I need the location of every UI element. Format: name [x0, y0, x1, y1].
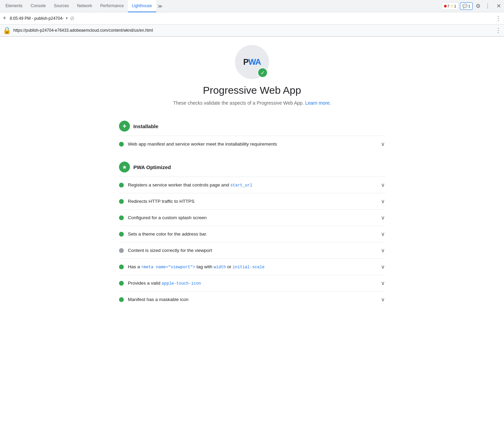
audit-text-installable-1: Web app manifest and service worker meet… [128, 141, 378, 147]
learn-more-link[interactable]: Learn more [305, 100, 330, 106]
chevron-down-icon: ∨ [381, 182, 385, 188]
tab-performance[interactable]: Performance [96, 0, 128, 12]
audit-text-https: Redirects HTTP traffic to HTTPS [128, 199, 378, 204]
message-icon: 💬 [462, 4, 468, 9]
audit-text-maskable-icon: Manifest has a maskable icon [128, 297, 378, 302]
meta-viewport-code: <meta name="viewport"> [141, 265, 195, 270]
audit-row-https[interactable]: Redirects HTTP traffic to HTTPS ∨ [119, 193, 385, 209]
session-label: 8:05:49 PM - publish-p24704- [10, 16, 64, 21]
chevron-down-icon: ∨ [381, 247, 385, 254]
chevron-down-icon: ∨ [381, 296, 385, 303]
devtools-tab-bar: Elements Console Sources Network Perform… [0, 0, 504, 12]
audit-dot-green [119, 142, 124, 147]
chevron-down-icon: ∨ [381, 263, 385, 270]
audit-row-maskable-icon[interactable]: Manifest has a maskable icon ∨ [119, 291, 385, 307]
pwa-icon-container: PWA ✓ [119, 45, 385, 79]
pwa-wa-letters: WA [248, 57, 261, 66]
audit-row-meta-viewport[interactable]: Has a <meta name="viewport"> tag with wi… [119, 258, 385, 275]
period-text: . [330, 100, 331, 106]
page-title: Progressive Web App [119, 85, 385, 96]
url-more-icon[interactable]: ⋮ [495, 27, 501, 34]
url-bar: 🔒 https://publish-p24704-e76433.adobeaem… [0, 25, 504, 37]
page-subtitle: These checks validate the aspects of a P… [119, 100, 385, 106]
pwa-optimized-icon: ★ [119, 162, 130, 172]
more-tabs-button[interactable]: ≫ [156, 2, 164, 10]
installable-title: Installable [133, 123, 158, 129]
chevron-down-icon: ∨ [381, 214, 385, 221]
error-warning-badge[interactable]: 7 ⚠ 1 [442, 2, 459, 10]
security-icon: 🔒 [3, 26, 11, 34]
more-options-button[interactable]: ⋮ [484, 2, 492, 10]
audit-dot-green [119, 281, 124, 286]
initial-scale-code: initial-scale [233, 265, 265, 270]
warning-count: 1 [454, 4, 456, 8]
audit-row-theme-color[interactable]: Sets a theme color for the address bar. … [119, 226, 385, 242]
audit-dot-green [119, 199, 124, 204]
star-icon: ★ [122, 164, 127, 170]
no-recording-icon: ⊘ [70, 15, 74, 21]
tab-elements[interactable]: Elements [1, 0, 27, 12]
apple-touch-icon-code: apple-touch-icon [162, 281, 201, 286]
settings-button[interactable]: ⚙ [474, 2, 482, 10]
chevron-down-icon: ∨ [381, 231, 385, 237]
chevron-down-icon: ∨ [381, 280, 385, 286]
lighthouse-content: PWA ✓ Progressive Web App These checks v… [105, 37, 399, 321]
audit-row-apple-touch-icon[interactable]: Provides a valid apple-touch-icon ∨ [119, 275, 385, 291]
add-tab-button[interactable]: + [3, 15, 6, 22]
start-url-code: start_url [230, 183, 252, 188]
audit-dot-green [119, 265, 124, 269]
audit-dot-gray [119, 248, 124, 253]
audit-row-service-worker[interactable]: Registers a service worker that controls… [119, 177, 385, 193]
chevron-down-icon: ∨ [381, 141, 385, 147]
more-session-options[interactable]: ⋮ [495, 15, 501, 22]
tab-lighthouse[interactable]: Lighthouse [128, 0, 156, 12]
width-code: width [214, 265, 226, 270]
pwa-logo-text: PWA [243, 57, 261, 67]
error-count: 7 [447, 4, 449, 8]
subtitle-text: These checks validate the aspects of a P… [173, 100, 304, 106]
installable-section-header: + Installable [119, 117, 385, 136]
devtools-toolbar-icons: 7 ⚠ 1 💬 1 ⚙ ⋮ ✕ [442, 2, 503, 10]
devtools-address-bar: + 8:05:49 PM - publish-p24704- ▾ ⊘ ⋮ [0, 12, 504, 25]
message-badge[interactable]: 💬 1 [460, 2, 473, 10]
chevron-down-icon: ∨ [381, 198, 385, 205]
tab-console[interactable]: Console [27, 0, 50, 12]
warning-icon: ⚠ [450, 4, 454, 8]
tab-network[interactable]: Network [73, 0, 96, 12]
plus-icon: + [122, 122, 127, 130]
audit-text-apple-touch-icon: Provides a valid apple-touch-icon [128, 281, 378, 286]
audit-dot-green [119, 297, 124, 302]
error-dot [444, 5, 447, 7]
audit-row-installable-1[interactable]: Web app manifest and service worker meet… [119, 136, 385, 152]
pwa-circle-icon: PWA ✓ [235, 45, 269, 79]
url-text: https://publish-p24704-e76433.adobeaemcl… [13, 28, 493, 33]
pwa-optimized-title: PWA Optimized [133, 164, 171, 170]
audit-text-splash: Configured for a custom splash screen [128, 215, 378, 220]
audit-text-viewport-size: Content is sized correctly for the viewp… [128, 248, 378, 253]
installable-icon: + [119, 121, 130, 132]
close-devtools-button[interactable]: ✕ [494, 2, 503, 10]
audit-text-theme-color: Sets a theme color for the address bar. [128, 231, 378, 237]
audit-row-splash[interactable]: Configured for a custom splash screen ∨ [119, 209, 385, 226]
pwa-check-badge: ✓ [257, 67, 268, 78]
session-dropdown-icon[interactable]: ▾ [66, 16, 68, 20]
tab-sources[interactable]: Sources [50, 0, 73, 12]
message-count: 1 [468, 4, 470, 8]
pwa-p-letter: P [243, 57, 248, 66]
audit-dot-green [119, 215, 124, 220]
audit-dot-green [119, 183, 124, 187]
audit-dot-green [119, 232, 124, 237]
audit-text-service-worker: Registers a service worker that controls… [128, 182, 378, 188]
pwa-optimized-section-header: ★ PWA Optimized [119, 157, 385, 177]
audit-row-viewport-size[interactable]: Content is sized correctly for the viewp… [119, 242, 385, 258]
audit-text-meta-viewport: Has a <meta name="viewport"> tag with wi… [128, 264, 378, 270]
